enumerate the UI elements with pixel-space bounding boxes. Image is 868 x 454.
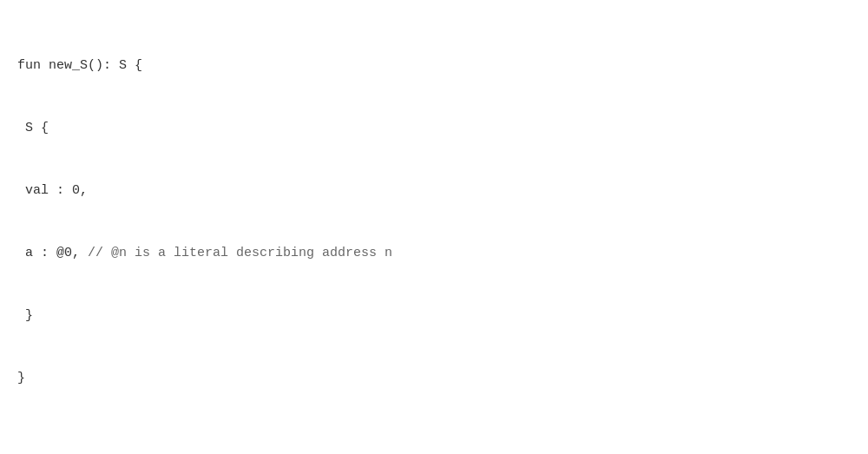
code-comment: // @n is a literal describing address n (88, 246, 392, 260)
code-line-2: S { (17, 118, 851, 139)
code-container: fun new_S(): S { S { val : 0, a : @0, //… (0, 0, 868, 454)
code-line-3: val : 0, (17, 181, 851, 201)
code-line-1: fun new_S(): S { (17, 56, 851, 76)
code-text: } (17, 371, 25, 385)
code-line-7 (17, 431, 851, 451)
code-text: a : @0, (17, 246, 88, 260)
code-text: val : 0, (17, 183, 88, 198)
code-block: fun new_S(): S { S { val : 0, a : @0, //… (17, 14, 851, 454)
code-text: } (17, 308, 33, 323)
code-text: fun new_S(): S { (17, 58, 142, 73)
code-line-4: a : @0, // @n is a literal describing ad… (17, 243, 851, 264)
code-line-6: } (17, 368, 851, 389)
code-text: S { (17, 121, 49, 135)
code-line-5: } (17, 306, 851, 326)
